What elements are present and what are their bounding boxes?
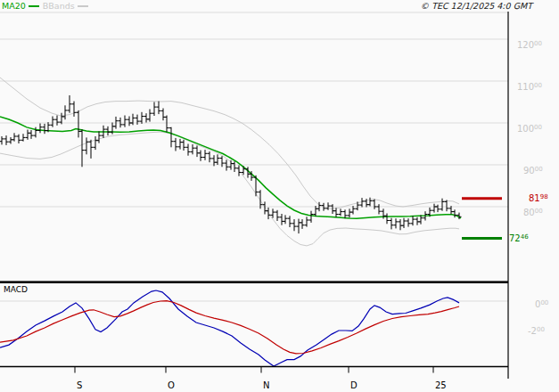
ma20-line-swatch-icon: [29, 5, 39, 7]
macd-plot-area[interactable]: [0, 284, 508, 366]
attribution-timestamp: © TEC 12/1/2025 4:0 GMT: [421, 1, 532, 11]
price-plot-area[interactable]: [0, 12, 508, 281]
x-axis-tick-label: 25: [435, 380, 447, 390]
chart-canvas: 1200011000100009000800081987246000-200SO…: [0, 0, 559, 392]
bbands-legend-label: BBands: [43, 1, 75, 11]
panel-separator: [0, 281, 508, 283]
price-chart-window[interactable]: 1200011000100009000800081987246000-200SO…: [0, 0, 559, 392]
ma20-legend-label: MA20: [2, 1, 26, 11]
bbands-line-swatch-icon: [78, 5, 88, 7]
chart-legend: MA20BBands: [2, 1, 92, 11]
x-axis-tick-label: N: [263, 380, 269, 390]
x-axis-tick-label: O: [168, 380, 175, 390]
x-axis-tick-label: D: [350, 380, 358, 390]
x-axis-tick-label: S: [77, 380, 82, 390]
macd-panel-label: MACD: [4, 285, 28, 295]
